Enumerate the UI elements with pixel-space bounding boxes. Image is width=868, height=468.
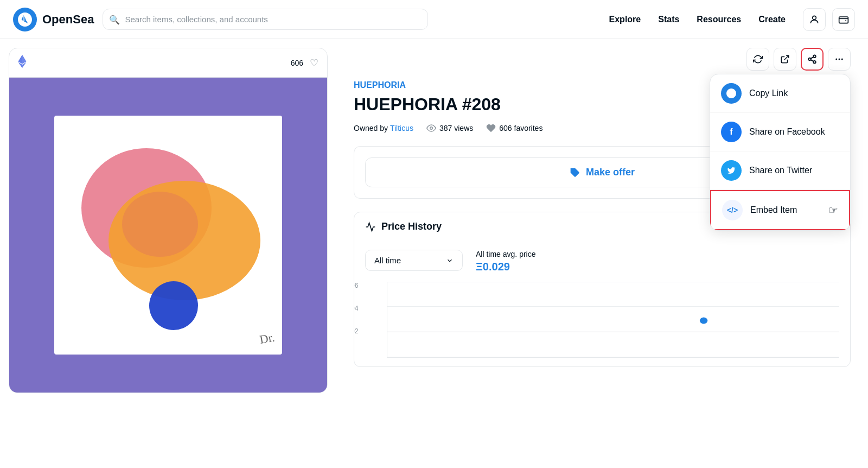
price-history-content: All time All time avg. price Ξ0.029 [354,241,850,366]
tag-icon [570,167,580,178]
favorites-count: 606 favorites [499,124,542,132]
heart-icon[interactable]: ♡ [310,57,318,69]
right-panel: Copy Link f Share on Facebook Share on T… [336,39,868,468]
svg-line-9 [784,55,789,60]
nft-card: 606 ♡ [9,48,328,393]
embed-icon: </> [722,200,743,220]
external-link-button[interactable] [774,48,796,71]
make-offer-label: Make offer [586,167,635,178]
embed-item-label: Embed Item [750,205,797,215]
search-icon: 🔍 [109,14,120,24]
share-facebook-item[interactable]: f Share on Facebook [710,113,850,151]
svg-point-7 [149,281,198,330]
avg-price-label: All time avg. price [476,250,535,258]
nav-create[interactable]: Create [758,15,786,24]
owned-by-label: Owned by Tilticus [354,124,413,132]
svg-point-18 [430,127,433,130]
svg-point-6 [122,192,198,257]
copy-link-label: Copy Link [749,88,788,98]
facebook-icon: f [721,122,742,142]
copy-link-icon [721,83,742,104]
share-twitter-item[interactable]: Share on Twitter [710,151,850,190]
y-label-3: 0 [354,350,358,358]
nav-explore[interactable]: Explore [609,15,641,24]
owner-link[interactable]: Tilticus [390,124,413,132]
like-count: 606 [291,59,303,67]
chart-container: 0.06 0.04 0.02 0 [365,282,839,358]
svg-point-10 [813,55,816,58]
logo-icon [13,8,37,31]
twitter-icon [721,160,742,181]
logo-link[interactable]: OpenSea [13,8,94,31]
svg-point-24 [700,318,707,324]
svg-line-14 [810,57,813,59]
account-icon-button[interactable] [803,8,826,31]
chart-icon [365,222,376,232]
search-bar: 🔍 [103,9,428,30]
y-label-0: 0.06 [354,282,358,289]
share-twitter-label: Share on Twitter [749,166,812,175]
copy-link-item[interactable]: Copy Link [710,74,850,113]
embed-item-item[interactable]: </> Embed Item ☞ [710,190,850,230]
share-button[interactable] [801,48,824,71]
price-history-label: Price History [381,221,442,232]
svg-point-11 [808,58,811,61]
filter-row: All time All time avg. price Ξ0.029 [365,250,839,273]
refresh-button[interactable] [746,48,769,71]
price-chart [387,282,839,358]
svg-rect-1 [839,17,848,23]
svg-point-15 [835,59,837,60]
heart-meta-icon [486,123,496,133]
cursor-indicator: ☞ [828,204,838,217]
time-filter-dropdown[interactable]: All time [365,250,463,271]
logo-text: OpenSea [42,12,94,27]
y-label-1: 0.04 [354,305,358,312]
nav-links: Explore Stats Resources Create [609,15,786,24]
share-facebook-label: Share on Facebook [749,127,825,137]
search-input[interactable] [103,9,428,30]
chevron-down-icon [446,257,454,264]
svg-point-17 [841,59,843,60]
wallet-icon-button[interactable] [832,8,855,31]
nft-artwork: Dr. [9,78,327,393]
nft-image-container: Dr. [9,78,327,393]
favorites-meta: 606 favorites [486,123,542,133]
nft-card-header: 606 ♡ [9,48,327,78]
svg-point-12 [813,61,816,64]
more-options-button[interactable] [828,48,851,71]
main-content: 606 ♡ [0,39,868,468]
nav-resources[interactable]: Resources [697,15,741,24]
header: OpenSea 🔍 Explore Stats Resources Create [0,0,868,39]
price-history-section: Price History All time [354,212,851,367]
svg-text:Dr.: Dr. [259,331,276,346]
avg-price-block: All time avg. price Ξ0.029 [476,250,535,273]
left-panel: 606 ♡ [0,39,336,468]
svg-point-0 [813,16,816,20]
views-count: 387 views [439,124,473,132]
nav-stats[interactable]: Stats [658,15,679,24]
eye-icon [426,123,436,133]
filter-label: All time [374,256,401,265]
price-history-title: Price History [365,221,442,232]
svg-line-13 [810,60,813,61]
chart-svg [387,282,839,357]
share-popup: Copy Link f Share on Facebook Share on T… [710,74,851,231]
nav-icons [803,8,855,31]
y-axis-labels: 0.06 0.04 0.02 0 [354,282,358,358]
nft-card-actions: 606 ♡ [291,57,318,69]
y-label-2: 0.02 [354,327,358,335]
svg-point-16 [839,59,840,60]
avg-price-value: Ξ0.029 [476,261,535,273]
views-meta: 387 views [426,123,473,133]
ethereum-icon [18,55,27,71]
action-buttons-row [746,48,851,71]
